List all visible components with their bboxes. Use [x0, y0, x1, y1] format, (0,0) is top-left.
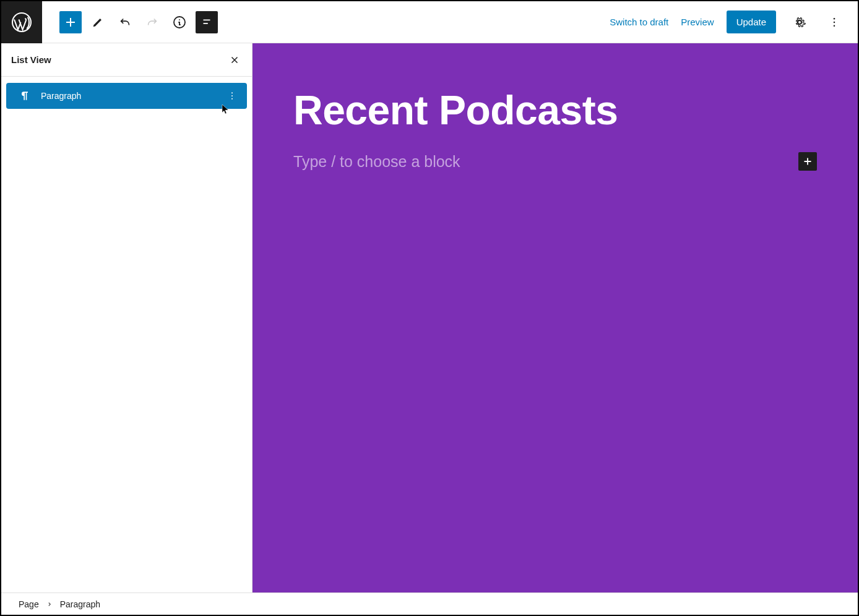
toolbar-right: Switch to draft Preview Update: [610, 11, 858, 33]
info-icon: [172, 15, 187, 30]
breadcrumb-current[interactable]: Paragraph: [60, 599, 100, 609]
editor-canvas[interactable]: Recent Podcasts Type / to choose a block: [253, 43, 858, 592]
paragraph-icon: [19, 90, 31, 102]
svg-point-2: [834, 17, 835, 19]
list-item-label: Paragraph: [41, 91, 225, 101]
more-vertical-icon: [227, 91, 237, 101]
svg-point-5: [231, 92, 233, 93]
top-toolbar: Switch to draft Preview Update: [1, 1, 858, 43]
gear-icon: [792, 15, 807, 30]
info-button[interactable]: [168, 11, 191, 33]
chevron-right-icon: [46, 601, 53, 607]
edit-mode-button[interactable]: [87, 11, 109, 33]
update-button[interactable]: Update: [727, 11, 776, 33]
close-icon: [229, 54, 240, 66]
more-vertical-icon: [828, 16, 840, 28]
list-view-icon: [200, 15, 214, 29]
main-area: List View Paragraph Recent Podcasts Type…: [1, 43, 858, 592]
list-view-title: List View: [11, 54, 51, 65]
redo-icon: [145, 15, 159, 29]
wordpress-logo[interactable]: [1, 1, 42, 43]
add-block-button[interactable]: [59, 11, 82, 33]
plus-icon: [801, 155, 814, 168]
pencil-icon: [91, 15, 105, 29]
list-item-paragraph[interactable]: Paragraph: [6, 83, 247, 109]
breadcrumb-root[interactable]: Page: [19, 599, 39, 609]
wordpress-icon: [11, 11, 33, 33]
redo-button[interactable]: [141, 11, 163, 33]
svg-point-3: [834, 21, 835, 23]
list-view-button[interactable]: [196, 11, 218, 33]
block-placeholder[interactable]: Type / to choose a block: [293, 153, 460, 171]
preview-button[interactable]: Preview: [681, 17, 714, 27]
undo-icon: [118, 15, 132, 29]
settings-button[interactable]: [788, 11, 811, 33]
inline-add-block-button[interactable]: [798, 152, 817, 171]
undo-button[interactable]: [114, 11, 136, 33]
switch-to-draft-button[interactable]: Switch to draft: [610, 17, 668, 27]
svg-point-7: [231, 98, 233, 100]
toolbar-left: [42, 11, 218, 33]
list-view-body: Paragraph: [1, 77, 252, 115]
list-item-options-button[interactable]: [225, 88, 240, 103]
list-view-panel: List View Paragraph: [1, 43, 253, 592]
block-placeholder-row: Type / to choose a block: [293, 152, 817, 171]
page-title[interactable]: Recent Podcasts: [293, 87, 817, 134]
more-options-button[interactable]: [823, 11, 845, 33]
breadcrumb: Page Paragraph: [1, 592, 858, 615]
list-view-header: List View: [1, 43, 252, 77]
svg-point-4: [834, 25, 835, 27]
plus-icon: [63, 15, 78, 30]
close-list-view-button[interactable]: [227, 53, 242, 67]
svg-point-6: [231, 95, 233, 96]
